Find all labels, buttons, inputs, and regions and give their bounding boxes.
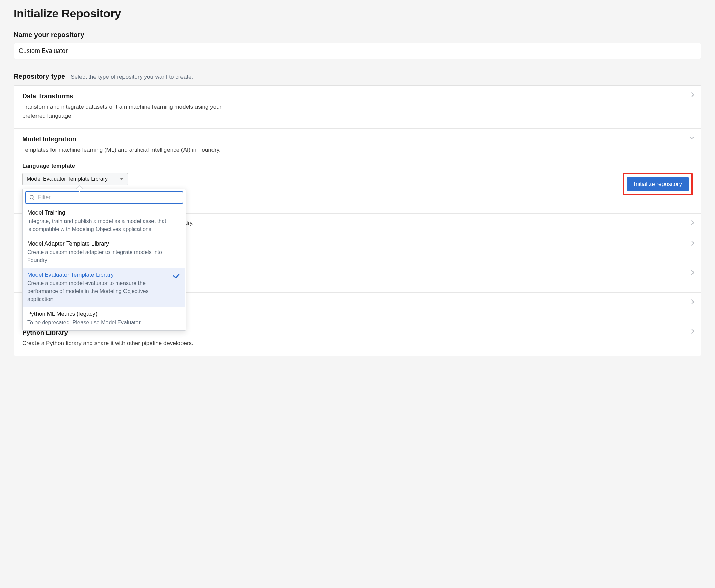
type-title: Model Integration xyxy=(22,135,693,143)
svg-line-1 xyxy=(33,198,34,200)
page-title: Initialize Repository xyxy=(14,7,701,20)
type-item-model-integration[interactable]: Model Integration Templates for machine … xyxy=(14,128,701,213)
caret-down-icon xyxy=(120,178,123,180)
dropdown-item-desc: Integrate, train and publish a model as … xyxy=(27,217,180,233)
dropdown-item-desc: Create a custom model evaluator to measu… xyxy=(27,279,180,303)
dropdown-item-model-adapter[interactable]: Model Adapter Template Library Create a … xyxy=(23,237,185,268)
language-template-select[interactable]: Model Evaluator Template Library xyxy=(22,173,128,185)
dropdown-item-title: Python ML Metrics (legacy) xyxy=(27,311,180,318)
chevron-right-icon xyxy=(689,220,694,225)
chevron-right-icon xyxy=(689,299,694,304)
search-icon xyxy=(29,194,35,201)
type-item-data-transforms[interactable]: Data Transforms Transform and integrate … xyxy=(14,86,701,128)
dropdown-item-title: Model Adapter Template Library xyxy=(27,240,180,247)
filter-box xyxy=(25,192,183,203)
dropdown-item-model-evaluator[interactable]: Model Evaluator Template Library Create … xyxy=(23,268,185,307)
chevron-right-icon xyxy=(689,240,694,245)
initialize-repository-button[interactable]: Initialize repository xyxy=(627,177,689,191)
type-desc: Templates for machine learning (ML) and … xyxy=(22,146,240,155)
filter-input[interactable] xyxy=(38,194,179,201)
dropdown-list[interactable]: Model Training Integrate, train and publ… xyxy=(23,206,186,331)
dropdown-item-python-ml-metrics[interactable]: Python ML Metrics (legacy) To be depreca… xyxy=(23,307,185,330)
dropdown-item-desc: To be deprecated. Please use Model Evalu… xyxy=(27,319,180,326)
svg-point-0 xyxy=(30,195,33,199)
repo-type-list: Data Transforms Transform and integrate … xyxy=(14,85,701,356)
repo-type-label: Repository type xyxy=(14,73,65,80)
repo-type-hint: Select the type of repository you want t… xyxy=(71,74,193,80)
dropdown-item-title: Model Training xyxy=(27,209,180,216)
language-template-label: Language template xyxy=(22,163,693,170)
repo-name-label: Name your repository xyxy=(14,31,701,39)
language-template-dropdown: Model Training Integrate, train and publ… xyxy=(22,189,186,331)
repo-name-input[interactable] xyxy=(14,43,701,59)
chevron-right-icon xyxy=(689,270,694,275)
partial-desc: dry. xyxy=(185,220,194,226)
dropdown-item-title: Model Evaluator Template Library xyxy=(27,271,180,278)
dropdown-item-desc: Create a custom model adapter to integra… xyxy=(27,248,180,264)
type-desc: Transform and integrate datasets or trai… xyxy=(22,103,240,120)
type-title: Data Transforms xyxy=(22,92,693,100)
language-template-selected: Model Evaluator Template Library xyxy=(27,176,108,182)
initialize-highlight: Initialize repository xyxy=(623,173,693,195)
type-desc: Create a Python library and share it wit… xyxy=(22,339,693,348)
dropdown-item-model-training[interactable]: Model Training Integrate, train and publ… xyxy=(23,206,185,237)
